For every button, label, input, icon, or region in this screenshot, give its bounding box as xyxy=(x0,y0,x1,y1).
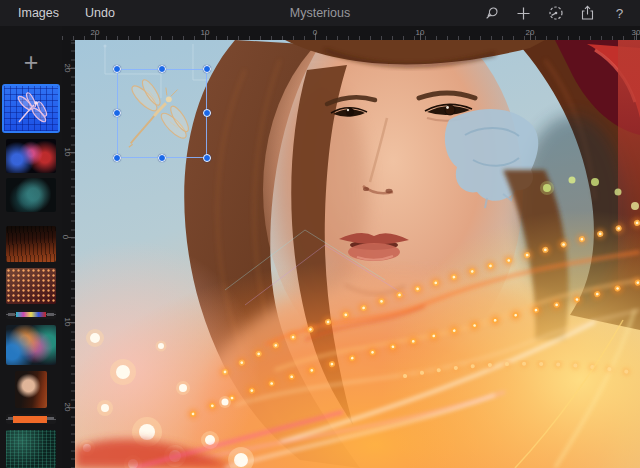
document-canvas[interactable] xyxy=(75,40,640,468)
h-ruler-label: 20 xyxy=(526,28,535,37)
h-ruler-label: 30 xyxy=(632,28,640,37)
layer-thumbnail-light-wave[interactable] xyxy=(6,139,56,173)
layer-thumbnail-aurora-wave[interactable] xyxy=(6,325,56,365)
layer-thumbnail-hair-strands[interactable] xyxy=(6,226,56,262)
dragonfly-thumb-icon xyxy=(11,92,51,126)
selection-handle-w[interactable] xyxy=(113,109,121,117)
v-ruler-label: 10 xyxy=(63,148,72,157)
adjustments-icon xyxy=(548,5,564,21)
adjustments-button[interactable] xyxy=(547,5,564,22)
v-ruler-label: 10 xyxy=(63,318,72,327)
selection-handle-s[interactable] xyxy=(158,154,166,162)
glitch-strip-cap-left xyxy=(8,313,15,316)
dragonfly-layer xyxy=(119,71,205,155)
add-button[interactable] xyxy=(515,5,532,22)
layer-thumbnail-matrix-texture[interactable] xyxy=(6,430,56,468)
orange-bar-segment xyxy=(13,416,47,423)
glitch-strip-segment xyxy=(16,312,46,317)
v-ruler-label: 0 xyxy=(62,235,70,239)
h-ruler-label: 10 xyxy=(201,28,210,37)
layer-thumbnail-portrait-photo[interactable] xyxy=(15,371,47,408)
h-ruler-label: 20 xyxy=(91,28,100,37)
share-icon xyxy=(580,5,595,21)
selection-box[interactable] xyxy=(117,69,207,158)
horizontal-ruler-ticks xyxy=(62,36,640,40)
layer-thumbnail-orange-bar[interactable] xyxy=(6,414,56,424)
selection-handle-e[interactable] xyxy=(203,109,211,117)
v-ruler-label: 20 xyxy=(63,403,72,412)
layer-thumbnail-dragonfly-sketch[interactable] xyxy=(2,84,60,133)
help-button[interactable]: ? xyxy=(611,5,628,22)
v-ruler-label: 20 xyxy=(63,64,72,73)
add-layer-button[interactable]: + xyxy=(0,42,62,82)
h-ruler-label: 0 xyxy=(313,28,317,37)
top-toolbar: Images Undo Mysterious xyxy=(0,0,640,26)
pixelmator-app: Images Undo Mysterious xyxy=(0,0,640,468)
orange-bar-cap-right xyxy=(47,417,54,420)
h-ruler-label: 10 xyxy=(416,28,425,37)
selection-handle-n[interactable] xyxy=(158,65,166,73)
vertical-ruler: 20 10 0 10 20 xyxy=(62,40,75,468)
selection-handle-sw[interactable] xyxy=(113,154,121,162)
glitch-strip-cap-right xyxy=(47,313,54,316)
layers-sidebar: + xyxy=(0,26,62,468)
paint-tool-button[interactable] xyxy=(483,5,500,22)
layer-thumbnail-glitch-strip[interactable] xyxy=(6,310,56,319)
selection-handle-ne[interactable] xyxy=(203,65,211,73)
layer-thumbnail-teal-smoke[interactable] xyxy=(6,178,56,212)
paint-tool-icon xyxy=(484,5,500,21)
share-button[interactable] xyxy=(579,5,596,22)
horizontal-ruler: 20 10 0 10 20 30 xyxy=(62,26,640,40)
selection-handle-se[interactable] xyxy=(203,154,211,162)
add-icon xyxy=(516,6,531,21)
toolbar-right-group: ? xyxy=(483,0,628,26)
help-icon: ? xyxy=(616,6,624,21)
selection-handle-nw[interactable] xyxy=(113,65,121,73)
layer-thumbnail-dot-grid[interactable] xyxy=(6,268,56,304)
